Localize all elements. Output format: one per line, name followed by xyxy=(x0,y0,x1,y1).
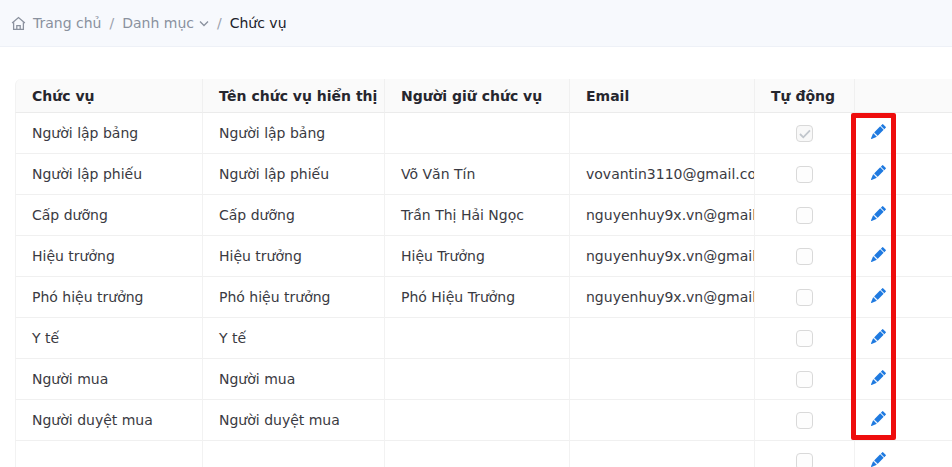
breadcrumb-separator: / xyxy=(109,15,114,31)
cell-email: nguyenhuy9x.vn@gmail.com xyxy=(570,277,755,318)
column-header-chuc-vu: Chức vụ xyxy=(15,79,203,113)
cell-actions xyxy=(855,154,952,195)
pencil-icon xyxy=(871,206,886,221)
cell-ten-hien-thi: Người lập bảng xyxy=(203,113,385,154)
cell-actions xyxy=(855,359,952,400)
tu-dong-checkbox[interactable] xyxy=(796,453,813,467)
cell-actions xyxy=(855,318,952,359)
cell-ten-hien-thi: Hiệu trưởng xyxy=(203,236,385,277)
cell-tu-dong xyxy=(755,441,855,467)
cell-nguoi-giu xyxy=(385,441,570,467)
cell-ten-hien-thi: Người mua xyxy=(203,359,385,400)
table-row: Người lập phiếuNgười lập phiếuVõ Văn Tín… xyxy=(15,154,952,195)
cell-tu-dong xyxy=(755,154,855,195)
pencil-icon xyxy=(871,165,886,180)
cell-nguoi-giu xyxy=(385,318,570,359)
edit-button[interactable] xyxy=(871,411,886,426)
column-header-actions xyxy=(855,79,952,113)
cell-email xyxy=(570,318,755,359)
table-row: Phó hiệu trưởngPhó hiệu trưởngPhó Hiệu T… xyxy=(15,277,952,318)
tu-dong-checkbox[interactable] xyxy=(796,289,813,306)
cell-actions xyxy=(855,400,952,441)
pencil-icon xyxy=(871,124,886,139)
pencil-icon xyxy=(871,370,886,385)
cell-tu-dong xyxy=(755,318,855,359)
cell-chuc-vu: Y tế xyxy=(15,318,203,359)
cell-chuc-vu: Phó hiệu trưởng xyxy=(15,277,203,318)
cell-actions xyxy=(855,236,952,277)
edit-button[interactable] xyxy=(871,452,886,467)
cell-nguoi-giu: Phó Hiệu Trưởng xyxy=(385,277,570,318)
cell-nguoi-giu xyxy=(385,359,570,400)
column-header-ten-hien-thi: Tên chức vụ hiển thị xyxy=(203,79,385,113)
cell-ten-hien-thi: Người lập phiếu xyxy=(203,154,385,195)
cell-chuc-vu: Người lập bảng xyxy=(15,113,203,154)
cell-nguoi-giu: Trần Thị Hải Ngọc xyxy=(385,195,570,236)
cell-nguoi-giu xyxy=(385,113,570,154)
cell-email xyxy=(570,113,755,154)
pencil-icon xyxy=(871,288,886,303)
cell-email: nguyenhuy9x.vn@gmail.com xyxy=(570,236,755,277)
table-row: Hiệu trưởngHiệu trưởngHiệu Trưởngnguyenh… xyxy=(15,236,952,277)
table-row xyxy=(15,441,952,467)
tu-dong-checkbox xyxy=(796,125,813,142)
cell-nguoi-giu xyxy=(385,400,570,441)
edit-button[interactable] xyxy=(871,165,886,180)
table-row: Y tếY tế xyxy=(15,318,952,359)
cell-ten-hien-thi xyxy=(203,441,385,467)
pencil-icon xyxy=(871,452,886,467)
tu-dong-checkbox[interactable] xyxy=(796,207,813,224)
cell-email xyxy=(570,400,755,441)
cell-tu-dong xyxy=(755,359,855,400)
cell-ten-hien-thi: Người duyệt mua xyxy=(203,400,385,441)
cell-chuc-vu: Người lập phiếu xyxy=(15,154,203,195)
column-header-email: Email xyxy=(570,79,755,113)
chevron-down-icon xyxy=(199,20,209,27)
breadcrumb-label: Trang chủ xyxy=(33,15,101,31)
tu-dong-checkbox[interactable] xyxy=(796,412,813,429)
edit-button[interactable] xyxy=(871,329,886,344)
cell-email: vovantin3110@gmail.com xyxy=(570,154,755,195)
breadcrumb-separator: / xyxy=(217,15,222,31)
tu-dong-checkbox[interactable] xyxy=(796,330,813,347)
edit-button[interactable] xyxy=(871,206,886,221)
cell-actions xyxy=(855,441,952,467)
table-row: Cấp dưỡngCấp dưỡngTrần Thị Hải Ngọcnguye… xyxy=(15,195,952,236)
cell-tu-dong xyxy=(755,195,855,236)
table-header-row: Chức vụ Tên chức vụ hiển thị Người giữ c… xyxy=(15,79,952,113)
cell-email xyxy=(570,359,755,400)
cell-chuc-vu: Cấp dưỡng xyxy=(15,195,203,236)
home-icon xyxy=(10,15,27,32)
edit-button[interactable] xyxy=(871,288,886,303)
table-row: Người duyệt muaNgười duyệt mua xyxy=(15,400,952,441)
edit-button[interactable] xyxy=(871,247,886,262)
breadcrumb-item-home[interactable]: Trang chủ xyxy=(33,15,101,31)
table-row: Người muaNgười mua xyxy=(15,359,952,400)
tu-dong-checkbox[interactable] xyxy=(796,166,813,183)
checkmark-icon xyxy=(799,129,811,139)
edit-button[interactable] xyxy=(871,370,886,385)
cell-tu-dong xyxy=(755,400,855,441)
cell-chuc-vu xyxy=(15,441,203,467)
cell-email: nguyenhuy9x.vn@gmail.com xyxy=(570,195,755,236)
cell-nguoi-giu: Hiệu Trưởng xyxy=(385,236,570,277)
cell-ten-hien-thi: Y tế xyxy=(203,318,385,359)
cell-chuc-vu: Người mua xyxy=(15,359,203,400)
pencil-icon xyxy=(871,329,886,344)
table-row: Người lập bảngNgười lập bảng xyxy=(15,113,952,154)
breadcrumb-label: Danh mục xyxy=(122,15,194,31)
cell-ten-hien-thi: Cấp dưỡng xyxy=(203,195,385,236)
cell-tu-dong xyxy=(755,236,855,277)
cell-tu-dong xyxy=(755,113,855,154)
breadcrumb-item-danh-muc[interactable]: Danh mục xyxy=(122,15,209,31)
cell-email xyxy=(570,441,755,467)
pencil-icon xyxy=(871,411,886,426)
tu-dong-checkbox[interactable] xyxy=(796,371,813,388)
cell-actions xyxy=(855,277,952,318)
cell-actions xyxy=(855,195,952,236)
edit-button[interactable] xyxy=(871,124,886,139)
cell-chuc-vu: Người duyệt mua xyxy=(15,400,203,441)
column-header-nguoi-giu: Người giữ chức vụ xyxy=(385,79,570,113)
breadcrumb: Trang chủ / Danh mục / Chức vụ xyxy=(0,0,952,47)
tu-dong-checkbox[interactable] xyxy=(796,248,813,265)
